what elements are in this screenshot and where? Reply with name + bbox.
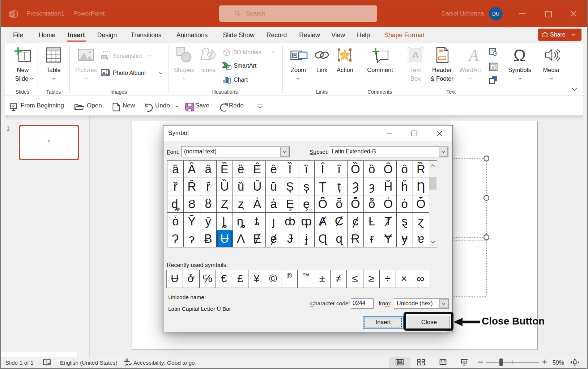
svg-text:#: # xyxy=(492,64,495,70)
svg-text:P: P xyxy=(10,12,13,17)
svg-text:A: A xyxy=(412,50,419,60)
